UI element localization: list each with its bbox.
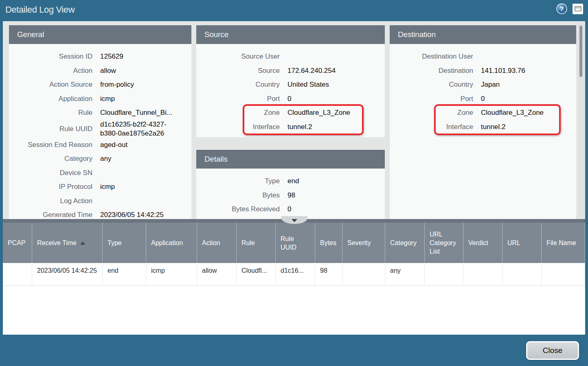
field-label: Bytes Received [196,205,280,214]
col-header-pcap[interactable]: PCAP [3,223,32,263]
cell-severity [342,263,385,286]
field-value: from-policy [100,80,134,89]
col-header-label: Bytes [320,239,336,247]
field-value: aged-out [100,140,127,149]
col-header-label: Rule UUID [281,235,312,252]
col-header-action[interactable]: Action [197,223,237,263]
field-value: any [100,154,111,163]
field-value: 172.64.240.254 [287,66,336,75]
panel-general: General Session ID125629 Actionallow Act… [9,25,191,219]
field-value: United States [287,80,329,89]
field-label: Action Source [9,80,92,89]
cell-category: any [385,263,425,286]
col-header-url[interactable]: URL [502,223,542,263]
col-header-bytes[interactable]: Bytes [315,223,342,263]
field-label: Country [390,80,473,89]
col-header-verdict[interactable]: Verdict [463,223,502,263]
panel-source-header: Source [196,25,385,44]
zone-interface-highlight-box [243,104,364,135]
cell-pcap [3,263,32,286]
field-row: CountryUnited States [196,78,385,92]
detailed-log-view-dialog: Detailed Log View ? General Session ID12… [0,0,588,366]
field-row: CountryJapan [390,78,576,92]
field-row: Session ID125629 [9,50,191,64]
col-header-type[interactable]: Type [103,223,146,263]
field-label: Source [196,66,280,75]
panel-general-header: General [9,25,191,44]
col-header-label: Application [151,239,183,247]
field-label: Rule [9,108,92,117]
cell-rule-uuid: d1c16... [276,263,315,286]
log-row[interactable]: 2023/06/05 14:42:25 end icmp allow Cloud… [3,263,585,286]
scrollbar-thumb[interactable] [579,26,582,77]
field-row: Typeend [196,174,385,188]
col-header-url-category-list[interactable]: URL Category List [425,223,463,263]
col-header-label: Type [108,239,122,247]
col-header-label: File Name [546,239,576,247]
panel-details: Details Typeend Bytes98 Bytes Received0 [196,150,385,219]
vertical-scrollbar[interactable] [578,23,584,217]
sort-asc-icon [80,241,85,245]
panel-destination: Destination Destination User Destination… [390,25,576,219]
cell-file-name [542,263,585,286]
field-value: 0 [287,94,291,103]
field-row: Session End Reasonaged-out [9,138,191,152]
panel-general-body: Session ID125629 Actionallow Action Sour… [9,44,191,219]
help-glyph: ? [560,5,564,12]
field-value: 0 [287,205,291,214]
panel-details-header: Details [196,150,385,169]
zone-interface-highlight-box [434,104,561,135]
panel-source: Source Source User Source172.64.240.254 … [196,25,385,137]
field-value: 98 [287,191,295,200]
col-header-label: Category [390,239,417,247]
field-label: Session ID [9,52,92,61]
col-header-severity[interactable]: Severity [342,223,385,263]
field-value: 0 [481,94,485,103]
field-row: Action Sourcefrom-policy [9,78,191,92]
col-header-category[interactable]: Category [385,223,425,263]
help-icon[interactable]: ? [556,3,567,14]
log-table-header: PCAP Receive Time Type Application Actio… [3,223,585,263]
window-icon[interactable] [573,4,583,14]
field-row: Rule UUIDd1c16235-b2f2-4327-b380-0ae1875… [9,120,191,138]
panel-destination-header: Destination [390,25,576,44]
col-header-label: Receive Time [37,239,77,247]
cell-url [502,263,542,286]
log-table-section: PCAP Receive Time Type Application Actio… [3,219,585,335]
panel-details-body: Typeend Bytes98 Bytes Received0 [196,169,385,219]
field-value: icmp [100,182,115,191]
col-header-application[interactable]: Application [146,223,197,263]
field-row: Generated Time2023/06/05 14:42:25 [9,208,191,219]
field-label: Application [9,94,92,103]
title-bar-icons: ? [556,3,583,14]
col-header-receive-time[interactable]: Receive Time [32,223,103,263]
dialog-title: Detailed Log View [5,4,75,15]
field-row: Log Action [9,194,191,208]
col-header-label: PCAP [8,239,26,247]
window-icon-glyph [575,6,581,11]
close-button[interactable]: Close [526,341,579,360]
field-value: 141.101.93.76 [481,66,525,75]
title-bar: Detailed Log View ? [0,0,588,21]
field-label: Type [196,177,280,186]
field-row: Destination141.101.93.76 [390,64,576,78]
field-row: Source User [196,50,385,64]
field-row: Port0 [196,92,385,106]
col-header-label: Severity [347,239,371,247]
col-header-rule-uuid[interactable]: Rule UUID [276,223,315,263]
col-header-file-name[interactable]: File Name [542,223,585,263]
field-value: allow [100,66,116,75]
field-value: Japan [481,80,500,89]
field-label: Destination User [390,52,473,61]
field-label: Source User [196,52,280,61]
field-label: Bytes [196,191,280,200]
field-label: Port [390,94,473,103]
field-label: Device SN [9,169,92,178]
field-label: Country [196,80,280,89]
field-row: Categoryany [9,152,191,166]
cell-receive-time: 2023/06/05 14:42:25 [32,263,103,286]
col-header-label: Rule [241,239,255,247]
col-header-rule[interactable]: Rule [237,223,276,263]
field-value: icmp [100,94,115,103]
log-detail-content: General Session ID125629 Actionallow Act… [3,21,585,219]
